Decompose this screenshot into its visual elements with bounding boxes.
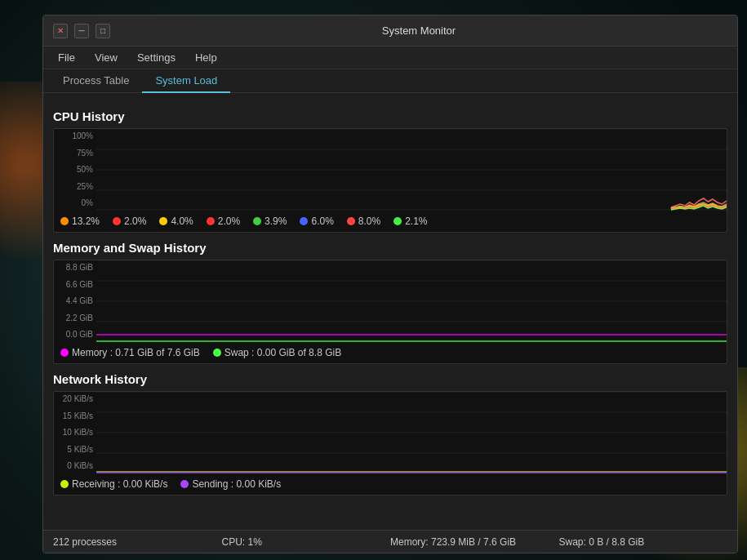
statusbar: 212 processes CPU: 1% Memory: 723.9 MiB … — [43, 530, 737, 553]
status-cpu: CPU: 1% — [222, 536, 391, 548]
cpu-y-25: 25% — [54, 183, 93, 191]
mem-y-22: 2.2 GiB — [54, 314, 93, 322]
menu-view[interactable]: View — [87, 50, 126, 65]
network-chart-area: 20 KiB/s 15 KiB/s 10 KiB/s 5 KiB/s 0 KiB… — [54, 392, 727, 473]
network-chart-container: 20 KiB/s 15 KiB/s 10 KiB/s 5 KiB/s 0 KiB… — [53, 391, 727, 496]
titlebar: ✕ ─ □ System Monitor — [43, 16, 737, 47]
main-content: CPU History 100% 75% 50% 25% 0% — [43, 93, 737, 530]
menu-help[interactable]: Help — [187, 50, 225, 65]
net-legend-receiving: Receiving : 0.00 KiB/s — [60, 478, 167, 490]
minimize-button[interactable]: ─ — [74, 24, 89, 38]
cpu-dot-4 — [207, 217, 215, 225]
cpu-legend-1: 13.2% — [60, 216, 100, 227]
cpu-legend-7: 8.0% — [347, 216, 380, 227]
cpu-history-title: CPU History — [53, 109, 727, 123]
cpu-y-100: 100% — [54, 132, 93, 140]
window-title: System Monitor — [110, 24, 727, 37]
net-legend-sending: Sending : 0.00 KiB/s — [180, 478, 281, 490]
status-processes: 212 processes — [53, 536, 222, 548]
cpu-legend-4: 2.0% — [207, 216, 240, 227]
network-legend: Receiving : 0.00 KiB/s Sending : 0.00 Ki… — [54, 473, 727, 495]
cpu-legend-8: 2.1% — [394, 216, 427, 227]
menu-file[interactable]: File — [50, 50, 83, 65]
close-button[interactable]: ✕ — [53, 24, 68, 38]
cpu-legend-6: 6.0% — [300, 216, 333, 227]
maximize-button[interactable]: □ — [96, 24, 110, 38]
memory-y-axis: 8.8 GiB 6.6 GiB 4.4 GiB 2.2 GiB 0.0 GiB — [54, 260, 96, 342]
memory-chart-area: 8.8 GiB 6.6 GiB 4.4 GiB 2.2 GiB 0.0 GiB — [54, 260, 727, 342]
cpu-y-50: 50% — [54, 166, 93, 174]
cpu-y-75: 75% — [54, 149, 93, 158]
cpu-dot-5 — [253, 217, 261, 225]
mem-dot-swap — [213, 349, 221, 357]
cpu-legend-5: 3.9% — [253, 216, 287, 227]
mem-y-66: 6.6 GiB — [54, 281, 93, 289]
menubar: File View Settings Help — [43, 47, 737, 69]
mem-legend-swap: Swap : 0.00 GiB of 8.8 GiB — [213, 347, 341, 358]
memory-chart-container: 8.8 GiB 6.6 GiB 4.4 GiB 2.2 GiB 0.0 GiB — [53, 260, 727, 364]
network-y-axis: 20 KiB/s 15 KiB/s 10 KiB/s 5 KiB/s 0 KiB… — [54, 392, 96, 473]
net-y-10: 10 KiB/s — [54, 429, 93, 437]
cpu-dot-3 — [159, 217, 167, 225]
mem-dot-memory — [60, 349, 69, 357]
status-swap: Swap: 0 B / 8.8 GiB — [559, 536, 728, 548]
tabbar: Process Table System Load — [43, 69, 737, 93]
cpu-dot-2 — [113, 217, 121, 225]
cpu-dot-1 — [60, 217, 69, 225]
cpu-dot-6 — [300, 217, 308, 225]
cpu-legend: 13.2% 2.0% 4.0% 2.0% 3.9% — [54, 211, 727, 232]
tab-system-load[interactable]: System Load — [142, 69, 230, 93]
net-y-0: 0 KiB/s — [54, 462, 93, 470]
mem-y-00: 0.0 GiB — [54, 331, 93, 339]
cpu-chart-plot — [96, 129, 727, 211]
net-y-5: 5 KiB/s — [54, 446, 93, 454]
memory-legend: Memory : 0.71 GiB of 7.6 GiB Swap : 0.00… — [54, 342, 727, 363]
cpu-dot-7 — [347, 217, 355, 225]
network-history-title: Network History — [53, 372, 727, 386]
memory-history-title: Memory and Swap History — [53, 241, 727, 255]
system-monitor-window: ✕ ─ □ System Monitor File View Settings … — [42, 15, 738, 553]
menu-settings[interactable]: Settings — [129, 50, 184, 65]
net-dot-sending — [180, 480, 189, 488]
titlebar-buttons: ✕ ─ □ — [53, 24, 110, 38]
cpu-legend-2: 2.0% — [113, 216, 146, 227]
cpu-chart-container: 100% 75% 50% 25% 0% — [53, 128, 727, 233]
cpu-chart-area: 100% 75% 50% 25% 0% — [54, 129, 727, 211]
mem-y-44: 4.4 GiB — [54, 297, 93, 305]
mem-y-88: 8.8 GiB — [54, 264, 93, 272]
mem-legend-memory: Memory : 0.71 GiB of 7.6 GiB — [60, 347, 200, 358]
status-memory: Memory: 723.9 MiB / 7.6 GiB — [390, 536, 559, 548]
net-dot-receiving — [60, 480, 69, 488]
cpu-y-0: 0% — [54, 199, 93, 207]
net-y-20: 20 KiB/s — [54, 395, 93, 403]
net-y-15: 15 KiB/s — [54, 412, 93, 420]
tab-process-table[interactable]: Process Table — [50, 69, 142, 93]
memory-chart-plot — [96, 260, 727, 342]
cpu-y-axis: 100% 75% 50% 25% 0% — [54, 129, 96, 211]
network-chart-plot — [96, 392, 727, 473]
cpu-legend-3: 4.0% — [159, 216, 193, 227]
cpu-dot-8 — [394, 217, 402, 225]
